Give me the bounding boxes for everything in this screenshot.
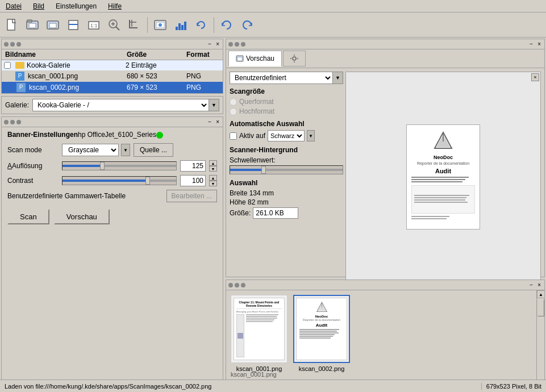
contrast-thumb[interactable] <box>145 177 150 185</box>
text-line <box>411 179 465 180</box>
scan-mode-select[interactable]: Grayscale <box>62 144 119 156</box>
breite-row: Breite 134 mm <box>230 189 343 197</box>
gamma-row: Benutzerdefinierte Gammawert-Tabelle Bea… <box>7 190 217 202</box>
main-layout: − × Bildname Größe Format <box>0 37 546 392</box>
schwarz-select[interactable]: Schwarz <box>268 130 305 141</box>
table-row[interactable]: P kscan_0001.png 680 × 523 PNG <box>2 70 223 82</box>
scanner-minimize-btn[interactable]: − <box>207 119 212 125</box>
list-item[interactable]: NeoDoc Reporter de la documentation Audi… <box>293 295 350 374</box>
aktiv-auf-checkbox[interactable] <box>230 132 237 140</box>
col-groesse: Größe <box>123 49 183 60</box>
querformat-radio[interactable] <box>230 98 237 106</box>
scanner-device: hp OfficeJet_6100_Series <box>78 131 156 139</box>
thumb-minimize-btn[interactable]: − <box>528 282 534 288</box>
contrast-down[interactable]: ▼ <box>209 181 217 186</box>
benutzerdefiniert-select[interactable]: Benutzerdefiniert <box>230 72 333 84</box>
bearbeiten-button[interactable]: Bearbeiten ... <box>166 190 217 202</box>
tab-settings[interactable] <box>283 51 306 66</box>
schwellenwert-slider[interactable] <box>230 165 343 174</box>
toolbar-histogram-btn[interactable] <box>171 15 190 35</box>
toolbar-undo-btn[interactable] <box>217 15 236 35</box>
svg-line-11 <box>116 27 119 30</box>
toolbar-new-btn[interactable] <box>2 15 22 35</box>
thumb-line <box>246 316 277 317</box>
toolbar-fit-btn[interactable]: 1:1 <box>84 15 103 35</box>
list-item[interactable]: Chapter 11: Mount Points and Remote Dire… <box>231 295 287 374</box>
schwellenwert-thumb[interactable] <box>261 166 266 174</box>
gallery-group-name: Kooka-Galerie <box>2 60 123 71</box>
menu-datei[interactable]: Datei <box>2 1 25 11</box>
svg-rect-5 <box>49 23 56 28</box>
schwarz-arrow[interactable]: ▼ <box>307 130 315 141</box>
aufloesung-down[interactable]: ▼ <box>209 166 217 172</box>
groesse-input[interactable] <box>253 207 298 219</box>
quelle-button[interactable]: Quelle ... <box>134 143 173 157</box>
preview-close-x[interactable]: × <box>531 73 539 81</box>
table-row[interactable]: P kscan_0002.png 679 × 523 PNG <box>2 82 223 93</box>
svg-text:1:1: 1:1 <box>90 23 98 28</box>
panel-minimize-btn[interactable]: − <box>207 41 212 47</box>
hochformat-radio[interactable] <box>230 108 237 115</box>
file1-name: P kscan_0001.png <box>2 70 123 82</box>
galerie-select-arrow[interactable]: ▼ <box>209 99 219 111</box>
thumb-content-lines <box>299 329 344 357</box>
toolbar-scan2-btn[interactable] <box>64 15 83 35</box>
tab-vorschau[interactable]: Vorschau <box>228 51 282 66</box>
toolbar-zoom-btn[interactable] <box>105 15 124 35</box>
aufloesung-input[interactable] <box>180 160 206 172</box>
thumb-dots <box>228 283 245 287</box>
toolbar-rotate-btn[interactable] <box>191 15 211 35</box>
toolbar-scan-btn[interactable] <box>43 15 62 35</box>
galerie-select[interactable]: Kooka-Galerie - / <box>32 99 209 111</box>
thumb-content: Chapter 11: Mount Points and Remote Dire… <box>226 290 355 379</box>
galerie-selector-row: Galerie: Kooka-Galerie - / ▼ <box>1 96 223 114</box>
svg-rect-22 <box>184 22 186 30</box>
scan-size-title: Scangröße <box>230 87 343 95</box>
thumb-doc-2: NeoDoc Reporter de la documentation Audi… <box>296 298 347 360</box>
dot3 <box>241 42 245 47</box>
toolbar-crop-btn[interactable] <box>125 15 144 35</box>
contrast-slider[interactable] <box>62 176 177 185</box>
scrollbar-track <box>537 299 544 316</box>
file2-name: P kscan_0002.png <box>2 82 123 93</box>
toolbar-preview-btn[interactable] <box>151 15 170 35</box>
status-info: 679x523 Pixel, 8 Bit <box>481 383 546 390</box>
aufloesung-slider[interactable] <box>62 161 177 170</box>
vorschau-button[interactable]: Vorschau <box>54 209 110 224</box>
thumb-close-btn[interactable]: × <box>536 282 542 288</box>
scan-size-section: Scangröße Querformat Hochformat <box>230 87 343 115</box>
scanner-close-btn[interactable]: × <box>215 119 220 125</box>
contrast-input[interactable] <box>180 175 206 186</box>
doc-logo-area <box>429 130 457 152</box>
menu-bild[interactable]: Bild <box>30 1 48 11</box>
aufloesung-text: Auflösung <box>12 162 42 170</box>
panel-close-btn[interactable]: × <box>215 41 220 47</box>
file2-label: kscan_0002.png <box>29 84 79 91</box>
scan-button[interactable]: Scan <box>7 209 49 224</box>
thumb-line <box>299 336 333 337</box>
menu-hilfe[interactable]: Hilfe <box>105 1 125 11</box>
toolbar-scan-small-btn[interactable] <box>23 15 42 35</box>
aufloesung-up[interactable]: ▲ <box>209 160 217 166</box>
auswahl-section: Auswahl Breite 134 mm Höhe 82 mm Größe: <box>230 179 343 219</box>
scrollbar-thumb[interactable] <box>537 299 544 316</box>
group-checkbox[interactable] <box>4 62 11 69</box>
benutzerdefiniert-arrow[interactable]: ▼ <box>333 72 343 84</box>
preview-tabs: Vorschau <box>226 49 544 68</box>
scan-mode-arrow[interactable]: ▼ <box>121 144 130 156</box>
thumb-text-lines <box>246 314 282 357</box>
thumb-audit-label: Audit <box>316 323 327 328</box>
toolbar-redo-btn[interactable] <box>237 15 257 35</box>
preview-minimize-btn[interactable]: − <box>528 41 534 47</box>
contrast-up[interactable]: ▲ <box>209 175 217 181</box>
preview-titlebar: − × <box>226 39 544 49</box>
scroll-up-btn[interactable]: ▲ <box>537 290 545 298</box>
scanner-status-dot <box>156 132 163 139</box>
preview-close-btn2[interactable]: × <box>536 41 542 47</box>
menu-einstellungen[interactable]: Einstellungen <box>52 1 100 11</box>
aufloesung-thumb[interactable] <box>100 162 105 170</box>
text-line <box>414 195 469 196</box>
thumb-neodoc-logo <box>315 301 329 314</box>
thumb-line <box>246 319 274 320</box>
thumb-label-2: kscan_0002.png <box>299 365 345 372</box>
